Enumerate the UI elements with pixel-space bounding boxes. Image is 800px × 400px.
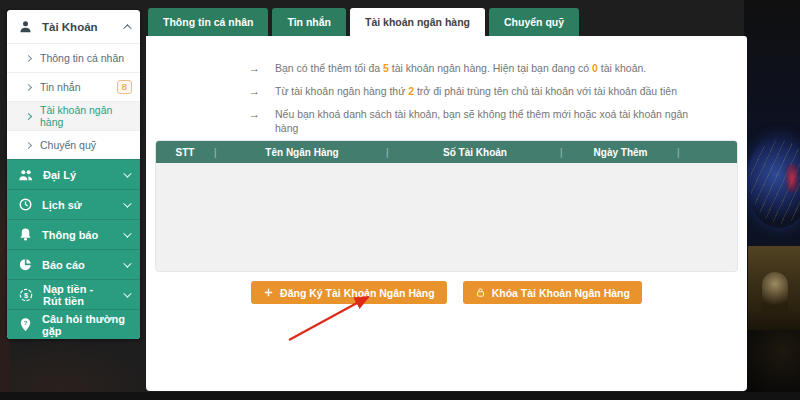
tab-label: Tài khoản ngân hàng <box>365 16 470 28</box>
sidebar-item-bank-accounts[interactable]: Tài khoản ngân hàng <box>7 101 140 130</box>
users-icon <box>18 167 34 183</box>
tab-fund-transfer[interactable]: Chuyển quỹ <box>489 8 579 36</box>
sidebar-item-label: Thông báo <box>42 229 114 241</box>
table-header-row: STT | Tên Ngân Hàng | Số Tài Khoản | Ngà… <box>156 141 737 163</box>
sidebar-item-label: Thông tin cá nhân <box>40 52 132 64</box>
svg-text:?: ? <box>24 319 28 326</box>
chevron-up-icon <box>123 24 131 32</box>
note-lock-warning: → Nếu bạn khoá danh sách tài khoản, bạn … <box>249 107 697 135</box>
sidebar-section-label: Tài Khoản <box>42 21 114 33</box>
lock-icon <box>475 287 486 298</box>
lock-bank-account-button[interactable]: Khóa Tài Khoản Ngân Hàng <box>463 281 642 304</box>
sidebar-item-faq[interactable]: ? Câu hỏi thường gặp <box>7 309 140 339</box>
chevron-down-icon <box>123 169 131 177</box>
chevron-down-icon <box>123 229 131 237</box>
tab-personal-info[interactable]: Thông tin cá nhân <box>148 8 268 36</box>
chevron-down-icon <box>123 199 131 207</box>
sidebar: Tài Khoản Thông tin cá nhân Tin nhắn 8 T… <box>7 10 140 339</box>
arrow-bullet-icon: → <box>249 61 260 75</box>
sidebar-item-label: Tin nhắn <box>40 81 108 93</box>
pie-chart-icon <box>18 257 33 272</box>
sidebar-item-history[interactable]: Lịch sử <box>7 189 140 219</box>
background-balloon-lattice <box>750 140 800 224</box>
note-matching-name: → Từ tài khoản ngân hàng thứ 2 trở đi ph… <box>249 84 697 98</box>
sidebar-item-deposit-withdraw[interactable]: $ Nạp tiền - Rút tiền <box>7 279 140 309</box>
arrow-bullet-icon: → <box>249 107 260 135</box>
arrow-bullet-icon: → <box>249 84 260 98</box>
question-pin-icon: ? <box>18 317 33 332</box>
sidebar-item-label: Nạp tiền - Rút tiền <box>43 283 114 307</box>
note-max-accounts: → Bạn có thể thêm tối đa 5 tài khoản ngâ… <box>249 61 697 75</box>
background-balloon <box>746 136 800 228</box>
column-separator: | <box>677 147 681 158</box>
sidebar-item-label: Báo cáo <box>42 259 114 271</box>
tab-label: Chuyển quỹ <box>504 16 564 28</box>
button-label: Đăng Ký Tài Khoản Ngân Hàng <box>280 287 435 299</box>
chevron-right-icon <box>25 83 32 90</box>
bell-icon <box>18 227 33 242</box>
sidebar-item-label: Chuyển quỹ <box>40 139 132 151</box>
sidebar-item-label: Đại Lý <box>43 169 114 181</box>
tab-label: Tin nhắn <box>287 16 331 28</box>
person-icon <box>18 19 33 34</box>
sidebar-item-personal-info[interactable]: Thông tin cá nhân <box>7 43 140 72</box>
tab-label: Thông tin cá nhân <box>163 16 253 28</box>
chevron-down-icon <box>123 259 131 267</box>
column-header-account-number: Số Tài Khoản <box>390 147 560 158</box>
background-sky <box>744 0 800 400</box>
notes-list: → Bạn có thể thêm tối đa 5 tài khoản ngâ… <box>146 36 747 135</box>
tab-messages[interactable]: Tin nhắn <box>272 8 346 36</box>
table-body-empty <box>156 163 737 272</box>
sidebar-item-notifications[interactable]: Thông báo <box>7 219 140 249</box>
chevron-right-icon <box>25 54 32 61</box>
chevron-right-icon <box>25 141 32 148</box>
chevron-down-icon <box>123 289 131 297</box>
bank-accounts-table: STT | Tên Ngân Hàng | Số Tài Khoản | Ngà… <box>155 140 738 272</box>
background-bottom-left <box>0 340 150 400</box>
sidebar-item-reports[interactable]: Báo cáo <box>7 249 140 279</box>
column-header-stt: STT <box>156 147 214 158</box>
background-arch <box>762 272 788 312</box>
sidebar-item-agent[interactable]: Đại Lý <box>7 159 140 189</box>
sidebar-section-account[interactable]: Tài Khoản <box>7 10 140 43</box>
column-header-bank-name: Tên Ngân Hàng <box>218 147 386 158</box>
register-bank-account-button[interactable]: Đăng Ký Tài Khoản Ngân Hàng <box>251 281 447 304</box>
column-header-date-added: Ngày Thêm <box>564 147 677 158</box>
chevron-right-icon <box>25 112 32 119</box>
history-icon <box>18 197 33 212</box>
sidebar-item-messages[interactable]: Tin nhắn 8 <box>7 72 140 101</box>
sidebar-item-label: Lịch sử <box>42 199 114 211</box>
bank-accounts-panel: → Bạn có thể thêm tối đa 5 tài khoản ngâ… <box>146 36 747 391</box>
svg-text:$: $ <box>24 290 28 299</box>
plus-icon <box>263 287 274 298</box>
background-bottom-band <box>0 392 800 400</box>
sidebar-item-label: Tài khoản ngân hàng <box>40 104 132 128</box>
background-trees <box>744 330 800 400</box>
messages-count-badge: 8 <box>117 80 132 94</box>
sidebar-item-label: Câu hỏi thường gặp <box>42 313 129 337</box>
button-label: Khóa Tài Khoản Ngân Hàng <box>492 287 630 299</box>
tab-bank-accounts[interactable]: Tài khoản ngân hàng <box>350 8 485 36</box>
sidebar-item-fund-transfer[interactable]: Chuyển quỹ <box>7 130 140 159</box>
action-buttons: Đăng Ký Tài Khoản Ngân Hàng Khóa Tài Kho… <box>146 281 747 304</box>
background-neon-sign <box>786 164 798 192</box>
background-building <box>748 246 800 338</box>
tab-bar: Thông tin cá nhân Tin nhắn Tài khoản ngâ… <box>148 8 579 36</box>
dollar-circle-icon: $ <box>18 287 34 303</box>
